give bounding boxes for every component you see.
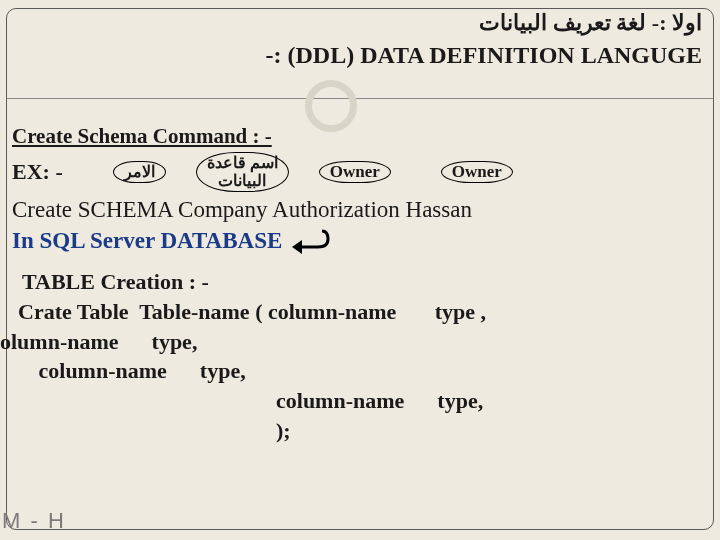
cloud-row: EX: - الامر اسم قاعدة البيانات Owner Own… <box>12 152 708 191</box>
cloud-dbname-l2: البيانات <box>218 172 266 189</box>
schema-statement: Create SCHEMA Company Authorization Hass… <box>12 194 708 225</box>
cloud-dbname-l1: اسم قاعدة <box>207 154 278 171</box>
cloud-owner-2: Owner <box>441 161 513 184</box>
table-line-4: column-name type, <box>12 386 708 416</box>
schema-heading: Create Schema Command : - <box>12 122 708 150</box>
table-line-5: ); <box>12 416 708 446</box>
cloud-command: الامر <box>113 161 166 183</box>
footer-label: M - H <box>2 508 66 534</box>
note-line-row: In SQL Server DATABASE <box>12 225 708 258</box>
cloud-dbname: اسم قاعدة البيانات <box>196 152 289 191</box>
slide: اولا :- لغة تعريف البيانات -: (DDL) DATA… <box>0 0 720 540</box>
table-line-1: Crate Table Table-name ( column-name typ… <box>18 297 708 327</box>
table-line-3: column-name type, <box>22 356 708 386</box>
table-line-2: olumn-name type, <box>0 327 708 357</box>
ex-label: EX: - <box>12 157 63 187</box>
return-arrow-icon <box>288 227 330 257</box>
cloud-owner-1: Owner <box>319 161 391 184</box>
sqlserver-note: In SQL Server DATABASE <box>12 228 282 253</box>
table-heading: TABLE Creation : - <box>22 267 708 297</box>
title-arabic: اولا :- لغة تعريف البيانات <box>479 10 702 36</box>
content-area: Create Schema Command : - EX: - الامر اس… <box>12 122 708 445</box>
divider-line <box>7 98 713 99</box>
title-english: -: (DDL) DATA DEFINITION LANGUGE <box>0 42 702 69</box>
